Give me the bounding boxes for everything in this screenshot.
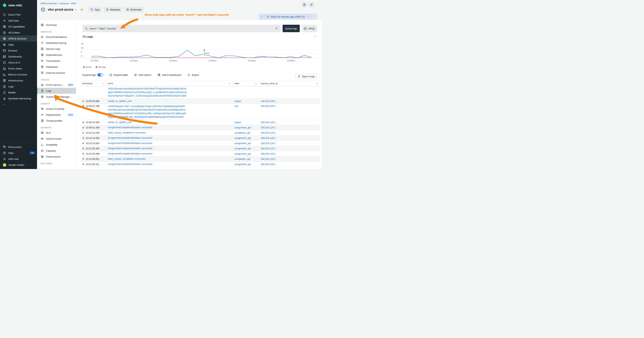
- log-table-row[interactable]: 10:10:13.235mark_course_completion succe…: [80, 130, 320, 135]
- remove-column-event-button[interactable]: [228, 82, 231, 85]
- workloads-button[interactable]: Workloads: [124, 7, 144, 12]
- sidebar-footer-item-add-user[interactable]: Add User: [0, 156, 37, 162]
- expand-logs-control[interactable]: Expand logs: [82, 73, 103, 76]
- ip-link[interactable]: 169.254.129.1: [261, 158, 276, 160]
- subnav-item-external-services[interactable]: External services: [37, 70, 76, 76]
- legend-all-logs[interactable]: All Logs: [96, 66, 106, 68]
- label-link[interactable]: assignment_api: [234, 137, 251, 139]
- log-query-input[interactable]: [90, 27, 273, 30]
- subnav-item-performance[interactable]: Performance: [37, 154, 76, 160]
- log-table-row[interactable]: 10:09:31.439AssignmentCompletionMutation…: [80, 125, 320, 130]
- sidebar-item-mobile[interactable]: Mobile: [0, 90, 37, 96]
- subnav-item-recommendations[interactable]: Recommendations: [37, 34, 76, 40]
- subnav-item-service-levels[interactable]: Service levels: [37, 136, 76, 142]
- export-control[interactable]: Export: [188, 74, 199, 76]
- label-link[interactable]: assignment_api: [234, 126, 251, 129]
- subnav-item-thread-profiler[interactable]: Thread profiler: [37, 118, 76, 124]
- sidebar-item-metrics-events[interactable]: Metrics & Events: [0, 72, 37, 78]
- row-checkbox[interactable]: [82, 163, 84, 165]
- subnav-item-sla[interactable]: SLA: [37, 130, 76, 136]
- remove-column-request-client-ip-button[interactable]: [316, 82, 318, 85]
- breadcrumb-services-apm[interactable]: Services - APM: [60, 2, 76, 5]
- sidebar-item-synthetic-monitoring[interactable]: Synthetic Monitoring: [0, 96, 37, 101]
- ip-link[interactable]: 169.254.129.1: [261, 126, 276, 129]
- ip-link[interactable]: 169.254.129.1: [261, 147, 276, 150]
- log-table-row[interactable]: 10:10:35.305AssignmentCompletionMutation…: [80, 146, 320, 151]
- row-checkbox[interactable]: [82, 100, 84, 102]
- sidebar-item-all-entities[interactable]: All Entities: [0, 30, 37, 36]
- time-range-next-button[interactable]: [311, 14, 317, 20]
- ip-link[interactable]: 169.254.129.1: [261, 163, 276, 166]
- event-link[interactable]: vE1moHpkhokTVBvguN7_72JtGzGsqxZpn2OaKc3n…: [108, 94, 186, 98]
- tags-button[interactable]: Tags: [88, 7, 102, 12]
- event-link[interactable]: AssignmentCompletionMutation successful: [108, 162, 152, 166]
- subnav-item-distributed-tracing[interactable]: Distributed tracing: [37, 40, 76, 46]
- label-link[interactable]: sso: [234, 105, 238, 107]
- sidebar-item-logs[interactable]: Logs: [0, 84, 37, 90]
- row-checkbox[interactable]: [82, 137, 84, 139]
- time-range-previous-button[interactable]: [259, 14, 264, 20]
- row-checkbox[interactable]: [82, 132, 84, 134]
- metadata-button[interactable]: Metadata: [104, 7, 122, 12]
- subnav-item-vulnerability-management[interactable]: Vulnerability Management: [37, 94, 76, 100]
- ip-link[interactable]: 169.254.129.1: [261, 153, 276, 155]
- nrql-button[interactable]: NRQL: [302, 25, 317, 32]
- log-table-row[interactable]: 10:10:49.051mark_course_completion succe…: [80, 156, 320, 162]
- subnav-item-summary[interactable]: Summary: [37, 22, 76, 28]
- row-checkbox[interactable]: [82, 158, 84, 160]
- log-table-row[interactable]: 10:11:00.311AssignmentCompletionMutation…: [80, 162, 320, 167]
- event-link[interactable]: create_or_update_user: [108, 99, 132, 103]
- help-button[interactable]: [302, 2, 307, 8]
- log-table-row[interactable]: 10:10:14.094AssignmentCompletionMutation…: [80, 135, 320, 141]
- open-in-logs-button[interactable]: Open in logs: [295, 74, 317, 79]
- logs-timeseries-chart[interactable]: 05101510:15am10:20am10:25am10:30am10:35a…: [81, 42, 320, 68]
- sidebar-item-all-capabilities[interactable]: All Capabilities: [0, 24, 37, 30]
- subnav-item-logs[interactable]: Logs: [37, 88, 76, 94]
- add-to-dashboard-control[interactable]: Add to dashboard: [158, 74, 181, 76]
- subnav-item-transactions[interactable]: Transactions: [37, 58, 76, 64]
- legend-errors[interactable]: Errors: [83, 66, 92, 68]
- sidebar-item-browser[interactable]: Browser: [0, 48, 37, 54]
- favorite-star-icon[interactable]: [80, 8, 84, 11]
- log-table-row[interactable]: 10:09:22.196<ASGIRequest: GET '/sso/call…: [80, 104, 320, 120]
- query-logs-button[interactable]: Query logs: [282, 25, 300, 32]
- sidebar-item-apm-services[interactable]: APM & Services: [0, 36, 37, 42]
- row-checkbox[interactable]: [82, 153, 84, 155]
- event-link[interactable]: 4LgSjsuUW8B0Mi8-Gdo_f6ofWhjpatNs9jaMs9qK…: [108, 115, 184, 119]
- sidebar-item-apps[interactable]: Apps: [0, 42, 37, 48]
- sidebar-item-quick-find[interactable]: Quick Find: [0, 12, 37, 18]
- event-link[interactable]: AssignmentCompletionMutation successful: [108, 126, 152, 129]
- ip-link[interactable]: 169.254.129.1: [261, 132, 276, 134]
- label-link[interactable]: completion_api: [234, 158, 250, 160]
- breadcrumb-apm-services[interactable]: APM & Services: [40, 2, 57, 5]
- ip-link[interactable]: 169.254.129.1: [261, 105, 276, 107]
- expand-table-control[interactable]: Expand table: [110, 74, 128, 76]
- row-checkbox[interactable]: [82, 105, 84, 107]
- event-link[interactable]: create_or_update_user: [108, 121, 132, 124]
- label-link[interactable]: assignment_api: [234, 142, 251, 145]
- event-link[interactable]: AssignmentCompletionMutation successful: [108, 136, 152, 140]
- row-checkbox[interactable]: [82, 127, 84, 128]
- sidebar-item-errors-inbox[interactable]: Errors Inbox: [0, 66, 37, 72]
- row-checkbox[interactable]: [82, 121, 84, 123]
- sidebar-footer-item-iterativ-gmbh[interactable]: Iterativ GmbH: [0, 162, 37, 168]
- row-checkbox[interactable]: [82, 148, 84, 149]
- time-range-dropdown[interactable]: Since 30 minutes ago (GMT+2): [264, 14, 311, 20]
- row-checkbox[interactable]: [82, 142, 84, 144]
- event-link[interactable]: mark_course_completion successful: [108, 131, 145, 135]
- sidebar-item-more[interactable]: [0, 101, 37, 107]
- label-link[interactable]: import: [234, 100, 241, 103]
- log-table-row[interactable]: 10:10:44.066AssignmentCompletionMutation…: [80, 151, 320, 156]
- event-link[interactable]: AssignmentCompletionMutation successful: [108, 142, 152, 145]
- remove-column-label-button[interactable]: [254, 82, 258, 85]
- sidebar-footer-item-discussions[interactable]: Discussions: [0, 144, 37, 150]
- remove-column-timestamp-button[interactable]: [102, 82, 104, 85]
- subnav-item-deployments[interactable]: DeploymentsNew: [37, 112, 76, 118]
- subnav-item-databases[interactable]: Databases: [37, 64, 76, 70]
- event-link[interactable]: AssignmentCompletionMutation successful: [108, 147, 152, 150]
- copy-link-button[interactable]: [308, 2, 314, 8]
- subnav-item-errors-errors-inb[interactable]: Errors (errors inb...New: [37, 82, 76, 88]
- sidebar-item-infrastructure[interactable]: Infrastructure: [0, 78, 37, 84]
- label-link[interactable]: assignment_api: [234, 163, 251, 166]
- subnav-item-service-map[interactable]: Service map: [37, 46, 76, 52]
